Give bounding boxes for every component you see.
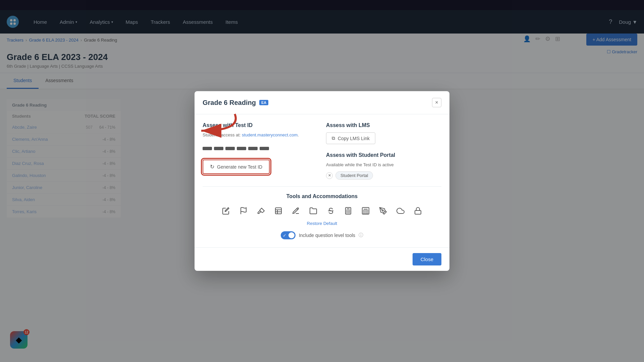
info-icon[interactable]: ⓘ (359, 232, 363, 238)
close-button[interactable]: Close (413, 253, 441, 265)
modal-title: Grade 6 Reading EA (203, 99, 268, 107)
modal-header: Grade 6 Reading EA × (195, 91, 449, 114)
edit-tool-icon[interactable] (220, 205, 232, 217)
copy-lms-link-button[interactable]: ⧉ Copy LMS Link (326, 132, 375, 144)
folder-tool-icon[interactable] (307, 205, 319, 217)
test-id-display (203, 143, 318, 154)
svg-rect-32 (415, 210, 421, 214)
lms-section-title: Assess with LMS (326, 122, 441, 128)
toggle-check-icon: ✓ (283, 233, 286, 238)
modal: Grade 6 Reading EA × Assess with Test ID… (195, 91, 449, 271)
scratchpad-tool-icon[interactable] (290, 205, 302, 217)
reference-sheet-tool-icon[interactable] (272, 205, 284, 217)
test-id-dot-1 (203, 147, 212, 150)
test-id-dot-4 (237, 147, 246, 150)
question-level-tools-toggle[interactable]: ✓ (281, 231, 296, 239)
tools-title: Tools and Accommodations (203, 193, 441, 199)
modal-body: Assess with Test ID Students access at: … (195, 114, 449, 247)
lms-section: Assess with LMS ⧉ Copy LMS Link Assess w… (326, 122, 441, 180)
strikethrough-tool-icon[interactable] (325, 205, 337, 217)
cloud-tool-icon[interactable] (394, 205, 407, 217)
toggle-row: ✓ Include question level tools ⓘ (203, 231, 441, 239)
scientific-calculator-tool-icon[interactable] (360, 205, 372, 217)
flag-tool-icon[interactable] (237, 205, 250, 217)
test-id-section: Assess with Test ID Students access at: … (203, 122, 318, 180)
student-portal-section: Assess with Student Portal Available whi… (326, 152, 441, 180)
refresh-icon: ↻ (210, 164, 214, 170)
test-id-dot-3 (225, 147, 235, 150)
basic-calculator-tool-icon[interactable] (342, 205, 354, 217)
test-id-section-title: Assess with Test ID (203, 122, 318, 128)
modal-footer: Close (195, 247, 449, 271)
portal-badge: ✕ Student Portal (326, 171, 441, 180)
tools-grid (203, 205, 441, 217)
student-portal-title: Assess with Student Portal (326, 152, 441, 158)
pencil-annotation-tool-icon[interactable] (377, 205, 389, 217)
test-id-dot-2 (214, 147, 223, 150)
modal-sections: Assess with Test ID Students access at: … (203, 122, 441, 180)
test-id-dot-5 (248, 147, 258, 150)
restore-default-button[interactable]: Restore Default (203, 221, 441, 226)
modal-badge: EA (259, 100, 268, 105)
student-portal-subtitle: Available while the Test ID is active (326, 162, 441, 167)
toggle-label: Include question level tools (299, 233, 355, 238)
portal-badge-remove[interactable]: ✕ (326, 172, 333, 179)
svg-rect-1 (275, 208, 281, 214)
modal-close-button[interactable]: × (432, 98, 441, 107)
generate-test-id-button[interactable]: ↻ Generate new Test ID (203, 160, 270, 174)
student-portal-link[interactable]: student.masteryconnect.com (242, 132, 298, 137)
tools-section: Tools and Accommodations (203, 193, 441, 239)
copy-lms-icon: ⧉ (332, 135, 335, 141)
svg-point-31 (382, 210, 383, 211)
test-id-dot-6 (260, 147, 269, 150)
test-id-subtitle: Students access at: student.masteryconne… (203, 132, 318, 137)
modal-divider (203, 186, 441, 187)
portal-badge-label: Student Portal (335, 171, 373, 180)
highlighter-tool-icon[interactable] (255, 205, 267, 217)
lock-tool-icon[interactable] (412, 205, 424, 217)
